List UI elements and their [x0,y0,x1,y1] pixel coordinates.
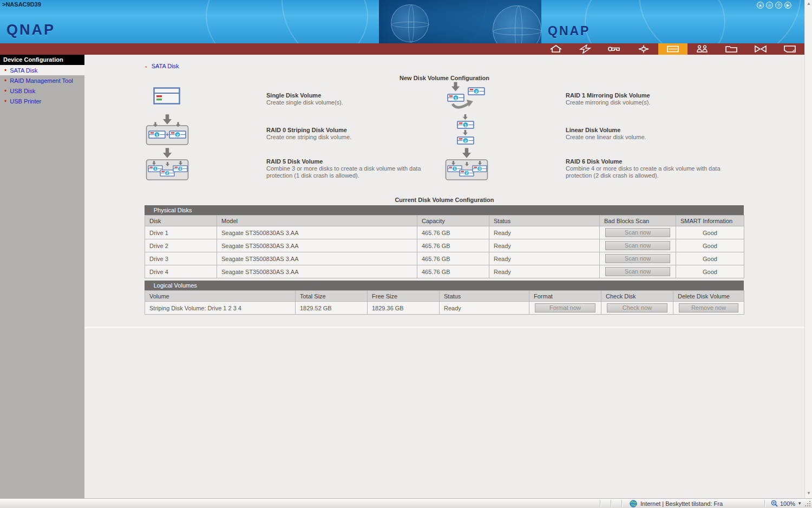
svg-text:1: 1 [154,167,156,171]
qnap-logo: QNAP [6,21,55,39]
model-cell: Seagate ST3500830AS 3.AA [217,252,417,265]
scan-now-button[interactable]: Scan now [605,228,670,237]
format-now-button[interactable]: Format now [535,303,595,312]
sidebar-item-usb-printer[interactable]: • USB Printer [0,96,84,106]
raid6-icon: 1 2 3 [445,148,488,183]
sata-disk-link[interactable]: SATA Disk [152,63,179,69]
section-divider [84,327,804,328]
statusbar-separator [621,500,622,507]
svg-text:1: 1 [156,133,159,138]
main-content: - SATA Disk New Disk Volume Configuratio… [84,55,804,498]
model-cell: Seagate ST3500830AS 3.AA [217,265,417,278]
volume-type-title: RAID 0 Striping Disk Volume [266,127,445,133]
disk-cell: Drive 1 [145,226,217,239]
scan-now-button[interactable]: Scan now [605,267,670,276]
capacity-cell: 465.76 GB [417,265,489,278]
remove-now-button[interactable]: Remove now [679,303,738,312]
current-disk-volume-title: Current Disk Volume Configuration [84,197,804,203]
scan-now-button[interactable]: Scan now [605,241,670,250]
svg-text:2: 2 [466,171,468,175]
volume-cell: Striping Disk Volume: Drive 1 2 3 4 [145,302,296,315]
smart-status[interactable]: Good [676,226,744,239]
scroll-down-icon[interactable]: ▼ [805,490,812,497]
column-header: Status [489,216,600,226]
toolbar-network-share-icon[interactable] [717,43,746,55]
raid1-icon: 1 2 [445,82,486,113]
model-cell: Seagate ST3500830AS 3.AA [217,226,417,239]
svg-text:1: 1 [454,167,456,171]
physical-disks-header: - Physical Disks [145,205,744,215]
bullet-icon: • [4,77,6,84]
physical-disks-section: - Physical Disks Disk Model Capacity Sta… [145,205,744,278]
svg-text:2: 2 [464,139,467,144]
total-size-cell: 1829.52 GB [296,302,368,315]
sidebar-header: Device Configuration [0,55,84,65]
play-icon[interactable]: ▶ [784,2,791,9]
capacity-cell: 465.76 GB [417,239,489,252]
check-now-button[interactable]: Check now [607,303,667,312]
scroll-up-icon[interactable]: ▲ [805,0,812,8]
toolbar-device-configuration-icon[interactable] [658,43,687,55]
banner-globe-image [379,0,541,43]
scan-now-button[interactable]: Scan now [605,254,670,263]
svg-text:2: 2 [475,89,478,94]
svg-text:+: + [166,132,169,138]
logical-volumes-table: Volume Total Size Free Size Status Forma… [145,290,744,315]
toolbar-user-management-icon[interactable] [687,43,717,55]
sidebar-item-usb-disk[interactable]: • USB Disk [0,86,84,96]
sidebar-item-label: RAID Management Tool [10,77,73,84]
linear-icon: 1 2 [454,114,477,147]
globe-graphic [391,4,429,42]
bullet-icon: • [4,88,6,94]
sidebar-item-sata-disk[interactable]: • SATA Disk [0,65,84,75]
column-header: Volume [145,291,296,302]
bullet-icon: • [4,67,6,74]
status-cell: Ready [489,265,600,278]
volume-type-desc: Create mirroring disk volume(s). [566,99,744,106]
svg-text:3: 3 [479,167,481,171]
zoom-level: 100% [780,500,795,507]
up-arrow-icon[interactable]: ▲ [757,2,764,9]
collapse-minus-icon[interactable]: - [145,63,147,69]
chevron-down-icon[interactable]: ▼ [797,501,802,506]
capacity-cell: 465.76 GB [417,226,489,239]
toolbar-system-tools-icon[interactable] [746,43,775,55]
smart-status[interactable]: Good [676,239,744,252]
capacity-cell: 465.76 GB [417,252,489,265]
vertical-scrollbar[interactable]: ▲ ▼ [804,0,812,498]
toolbar-quick-configuration-icon[interactable] [571,43,600,55]
logical-volumes-header: - Logical Volumes [145,281,744,290]
column-header: Format [529,291,601,302]
collapse-minus-icon[interactable]: - [148,282,150,289]
bullet-icon: • [4,98,6,105]
zoom-control[interactable]: 100% ▼ [771,500,802,507]
svg-text:2: 2 [166,171,168,175]
volume-type-title: Single Disk Volume [266,92,445,99]
toolbar-system-settings-icon[interactable] [600,43,629,55]
volume-type-title: RAID 6 Disk Volume [566,158,744,165]
home-icon[interactable]: ⌂ [766,2,773,9]
toolbar-event-logs-icon[interactable] [775,43,804,55]
page-title: >NASAC9D39 [2,1,41,8]
section-title: Physical Disks [154,207,192,213]
statusbar-separator [600,500,600,507]
toolbar-network-settings-icon[interactable] [629,43,658,55]
collapse-minus-icon[interactable]: - [148,207,150,213]
resize-grip[interactable] [804,500,811,507]
table-row: Drive 1 Seagate ST3500830AS 3.AA 465.76 … [145,226,744,239]
qnap-logo-secondary: QNAP [548,23,590,38]
smart-status[interactable]: Good [676,265,744,278]
toolbar-home-icon[interactable] [541,43,571,55]
volume-type-desc: Create one striping disk volume. [266,134,445,141]
smart-status[interactable]: Good [676,252,744,265]
section-title: Logical Volumes [154,282,197,289]
raid5-icon: 1 2 3 [146,148,189,183]
sidebar-item-raid-management-tool[interactable]: • RAID Management Tool [0,75,84,86]
status-cell: Ready [489,226,600,239]
volume-type-desc: Combine 3 or more disks to create a disk… [266,165,445,179]
volume-type-desc: Combine 4 or more disks to create a disk… [566,165,744,179]
column-header: Delete Disk Volume [673,291,744,302]
volume-type-desc: Create one linear disk volume. [566,134,744,141]
internet-zone-icon [630,500,637,507]
help-icon[interactable]: ? [775,2,782,9]
